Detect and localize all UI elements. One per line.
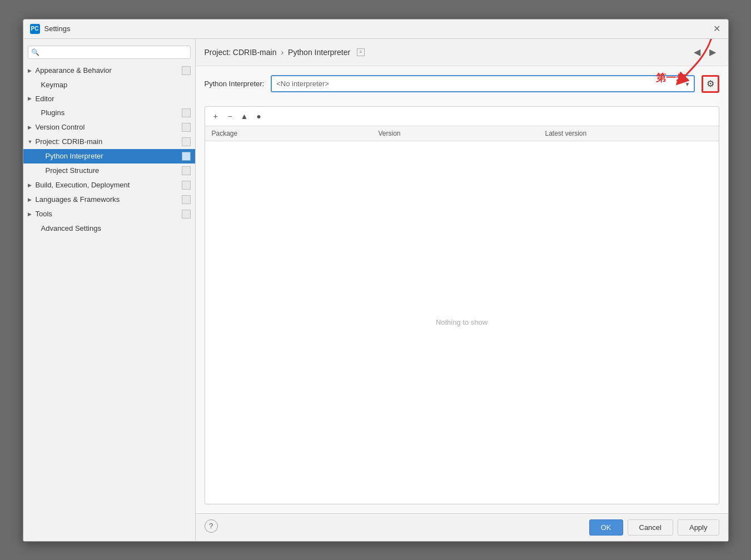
sidebar-item-label: Plugins	[41, 108, 65, 117]
search-icon: 🔍	[31, 48, 39, 56]
sidebar-item-label: Build, Execution, Deployment	[36, 181, 130, 189]
sidebar-item-appearance[interactable]: ▶ Appearance & Behavior	[23, 63, 195, 78]
breadcrumb-separator: ›	[281, 48, 284, 57]
help-button[interactable]: ?	[205, 519, 218, 533]
remove-package-button[interactable]: −	[224, 110, 236, 122]
title-bar-left: PC Settings	[30, 24, 71, 34]
table-body: Nothing to show	[205, 141, 719, 504]
col-package: Package	[212, 130, 379, 137]
chevron-right-icon: ▶	[28, 197, 33, 202]
ok-button[interactable]: OK	[589, 519, 623, 536]
sidebar-item-label: Languages & Frameworks	[36, 195, 120, 204]
app-icon-text: PC	[31, 26, 39, 32]
sidebar-item-version-control[interactable]: ▶ Version Control	[23, 120, 195, 135]
sidebar-item-plugins[interactable]: Plugins	[23, 106, 195, 120]
chevron-down-icon: ▼	[28, 139, 33, 145]
sidebar-item-label: Editor	[36, 95, 54, 103]
dialog-title: Settings	[44, 24, 71, 33]
sidebar-item-label: Appearance & Behavior	[36, 66, 112, 75]
search-box: 🔍	[28, 46, 191, 59]
settings-dialog: PC Settings ✕ 🔍 ▶ Appearance & Behavior …	[23, 19, 729, 542]
chevron-right-icon: ▶	[28, 68, 33, 73]
col-latest-version: Latest version	[545, 130, 712, 137]
sidebar-item-label: Tools	[36, 210, 52, 218]
sidebar-item-project[interactable]: ▼ Project: CDRIB-main	[23, 135, 195, 149]
sidebar-item-advanced[interactable]: Advanced Settings	[23, 221, 195, 235]
toolbar: + − ▲ ●	[205, 107, 719, 126]
sidebar-item-editor[interactable]: ▶ Editor	[23, 92, 195, 106]
table-header: Package Version Latest version	[205, 126, 719, 141]
main-panel: Project: CDRIB-main › Python Interpreter…	[196, 39, 728, 541]
empty-state-text: Nothing to show	[436, 318, 488, 326]
breadcrumb-icon: ≡	[357, 48, 365, 56]
gear-btn-container: ⚙	[702, 75, 719, 93]
back-button[interactable]: ◀	[690, 46, 704, 59]
sidebar-item-icon-box	[182, 66, 191, 75]
apply-button[interactable]: Apply	[678, 519, 719, 536]
breadcrumb-current: Python Interpreter	[288, 48, 350, 57]
breadcrumb-project: Project: CDRIB-main	[205, 48, 277, 57]
main-content: Python Interpreter: <No interpreter> ▼ ⚙	[196, 66, 728, 513]
sidebar-item-label: Project: CDRIB-main	[36, 137, 103, 146]
sidebar: 🔍 ▶ Appearance & Behavior Keymap ▶ Edito…	[23, 39, 196, 541]
chevron-right-icon: ▶	[28, 211, 33, 217]
refresh-button[interactable]: ●	[253, 110, 265, 122]
sidebar-item-label: Version Control	[36, 123, 85, 131]
col-version: Version	[379, 130, 545, 137]
app-icon: PC	[30, 24, 40, 34]
packages-panel: + − ▲ ● Package Version Latest version N…	[205, 106, 719, 504]
sidebar-item-python-interpreter[interactable]: Python Interpreter	[23, 149, 195, 163]
forward-button[interactable]: ▶	[706, 46, 719, 59]
sidebar-item-project-structure[interactable]: Project Structure	[23, 163, 195, 178]
interpreter-select-wrap: <No interpreter> ▼	[271, 75, 694, 92]
cancel-button[interactable]: Cancel	[628, 519, 673, 536]
sidebar-item-label: Keymap	[41, 81, 68, 89]
chevron-right-icon: ▶	[28, 182, 33, 188]
sidebar-item-label: Python Interpreter	[46, 152, 103, 160]
sidebar-item-label: Project Structure	[46, 166, 100, 175]
interpreter-select[interactable]: <No interpreter>	[271, 75, 694, 92]
upgrade-package-button[interactable]: ▲	[238, 110, 251, 122]
breadcrumb: Project: CDRIB-main › Python Interpreter…	[196, 39, 728, 66]
sidebar-item-label: Advanced Settings	[41, 224, 101, 232]
content-area: 🔍 ▶ Appearance & Behavior Keymap ▶ Edito…	[23, 39, 728, 541]
gear-button[interactable]: ⚙	[702, 75, 719, 93]
search-input[interactable]	[28, 46, 191, 59]
interpreter-label: Python Interpreter:	[205, 80, 265, 88]
title-bar: PC Settings ✕	[23, 19, 728, 39]
nav-arrows: ◀ ▶	[690, 46, 719, 59]
sidebar-item-languages[interactable]: ▶ Languages & Frameworks	[23, 192, 195, 207]
sidebar-item-tools[interactable]: ▶ Tools	[23, 207, 195, 221]
chevron-right-icon: ▶	[28, 96, 33, 101]
chevron-right-icon: ▶	[28, 125, 33, 130]
sidebar-item-keymap[interactable]: Keymap	[23, 78, 195, 92]
close-button[interactable]: ✕	[713, 24, 722, 33]
interpreter-row: Python Interpreter: <No interpreter> ▼ ⚙	[205, 75, 719, 93]
sidebar-item-build[interactable]: ▶ Build, Execution, Deployment	[23, 178, 195, 192]
add-package-button[interactable]: +	[210, 110, 222, 122]
bottom-bar: ? OK Cancel Apply	[196, 513, 728, 541]
step-label: 第一步	[656, 71, 686, 85]
